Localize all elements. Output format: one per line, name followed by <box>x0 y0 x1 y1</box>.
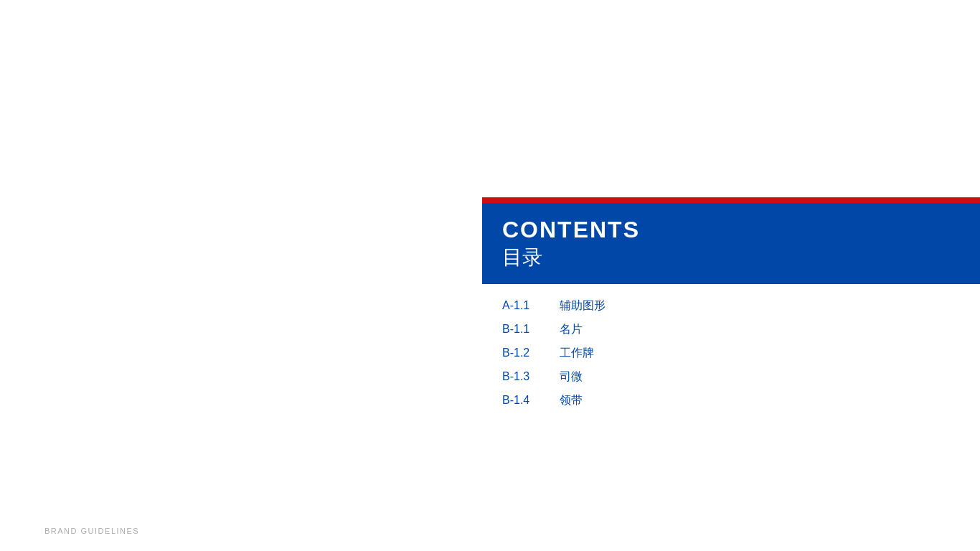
item-label: 工作牌 <box>560 346 594 361</box>
contents-title-cn: 目录 <box>502 245 960 270</box>
item-label: 名片 <box>560 322 583 337</box>
item-code: B-1.2 <box>502 347 560 359</box>
page: CONTENTS 目录 A-1.1辅助图形B-1.1名片B-1.2工作牌B-1.… <box>0 0 980 551</box>
item-label: 辅助图形 <box>560 298 606 314</box>
contents-header: CONTENTS 目录 <box>482 203 980 284</box>
list-item: A-1.1辅助图形 <box>502 298 960 314</box>
item-code: B-1.4 <box>502 394 560 407</box>
item-label: 司微 <box>560 369 583 385</box>
item-label: 领带 <box>560 393 583 408</box>
content-block: CONTENTS 目录 A-1.1辅助图形B-1.1名片B-1.2工作牌B-1.… <box>482 197 980 438</box>
list-item: B-1.3司微 <box>502 369 960 385</box>
item-code: B-1.3 <box>502 370 560 383</box>
list-item: B-1.4领带 <box>502 393 960 408</box>
item-code: A-1.1 <box>502 299 560 312</box>
list-item: B-1.2工作牌 <box>502 346 960 361</box>
list-item: B-1.1名片 <box>502 322 960 337</box>
contents-title-en: CONTENTS <box>502 216 960 243</box>
item-code: B-1.1 <box>502 323 560 336</box>
contents-list: A-1.1辅助图形B-1.1名片B-1.2工作牌B-1.3司微B-1.4领带 <box>482 284 980 438</box>
footer-brand-guidelines: BRAND GUIDELINES <box>44 527 139 535</box>
red-accent-bar <box>482 197 980 203</box>
